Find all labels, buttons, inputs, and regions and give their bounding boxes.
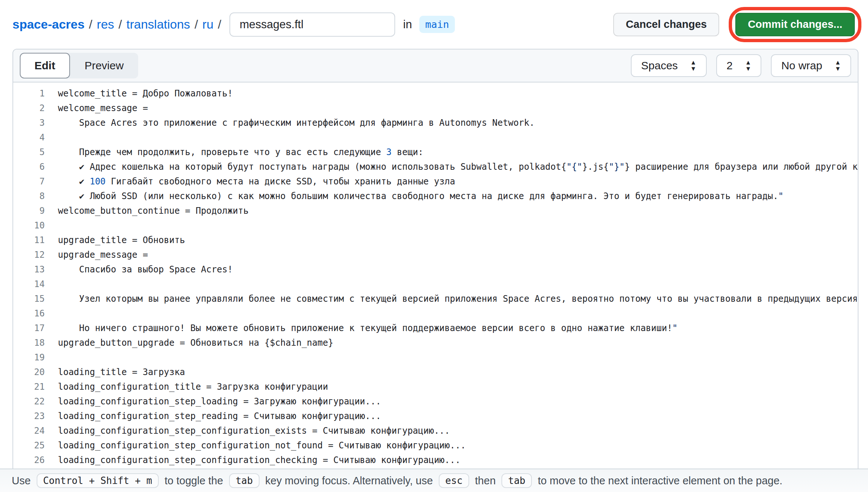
code-line[interactable]: 17 Но ничего страшного! Вы можете обнови… <box>13 321 858 335</box>
line-number: 8 <box>13 191 58 201</box>
editor-settings: Spaces ▲▼ 2 ▲▼ No wrap ▲▼ <box>631 54 851 77</box>
breadcrumb-separator: / <box>89 17 92 32</box>
code-text: ✔ Адрес кошелька на который будут поступ… <box>58 162 858 172</box>
code-line[interactable]: 21loading_configuration_title = Загрузка… <box>13 379 858 394</box>
line-number: 4 <box>13 132 58 143</box>
line-number: 3 <box>13 118 58 128</box>
wrap-mode-value: No wrap <box>781 59 822 72</box>
code-line[interactable]: 22loading_configuration_step_loading = З… <box>13 394 858 409</box>
code-line[interactable]: 1welcome_title = Добро Пожаловать! <box>13 86 858 101</box>
keyboard-shortcut-key: esc <box>439 473 469 488</box>
code-line[interactable]: 13 Спасибо за выбор Space Acres! <box>13 262 858 277</box>
code-text: loading_configuration_step_configuration… <box>58 440 466 451</box>
code-line[interactable]: 7 ✔ 100 Гигабайт свободного места на дис… <box>13 174 858 189</box>
line-number: 26 <box>13 455 58 465</box>
code-text: upgrade_message = <box>58 250 148 260</box>
code-text: ✔ 100 Гигабайт свободного места на диске… <box>58 176 455 187</box>
line-number: 10 <box>13 220 58 231</box>
code-line[interactable]: 25loading_configuration_step_configurati… <box>13 438 858 453</box>
code-line[interactable]: 2welcome_message = <box>13 101 858 115</box>
line-number: 1 <box>13 88 58 99</box>
line-number: 22 <box>13 396 58 407</box>
indent-mode-value: Spaces <box>641 59 678 72</box>
line-number: 7 <box>13 176 58 187</box>
hint-text: Use <box>12 475 31 487</box>
updown-arrows-icon: ▲▼ <box>690 59 696 72</box>
breadcrumb-repo-link[interactable]: space-acres <box>12 17 85 32</box>
code-line[interactable]: 5 Прежде чем продолжить, проверьте что у… <box>13 145 858 159</box>
hint-text: then <box>475 475 496 487</box>
wrap-mode-select[interactable]: No wrap ▲▼ <box>771 54 851 77</box>
code-line[interactable]: 16 <box>13 306 858 321</box>
code-line[interactable]: 18upgrade_button_upgrade = Обновиться на… <box>13 335 858 350</box>
indent-size-select[interactable]: 2 ▲▼ <box>716 54 762 77</box>
code-text: Спасибо за выбор Space Acres! <box>58 264 233 275</box>
line-number: 21 <box>13 382 58 392</box>
code-line[interactable]: 8 ✔ Любой SSD (или несколько) с как можн… <box>13 189 858 203</box>
code-text: upgrade_title = Обновить <box>58 235 185 245</box>
line-number: 24 <box>13 426 58 436</box>
code-line[interactable]: 6 ✔ Адрес кошелька на который будут пост… <box>13 159 858 174</box>
commit-changes-button[interactable]: Commit changes... <box>735 13 855 36</box>
code-line[interactable]: 26loading_configuration_step_configurati… <box>13 453 858 467</box>
code-text: welcome_title = Добро Пожаловать! <box>58 88 233 99</box>
code-editor-area[interactable]: 1welcome_title = Добро Пожаловать!2welco… <box>13 82 858 469</box>
indent-mode-select[interactable]: Spaces ▲▼ <box>631 54 707 77</box>
hint-text: to move to the next interactive element … <box>538 475 782 487</box>
line-number: 16 <box>13 308 58 319</box>
code-line[interactable]: 23loading_configuration_step_reading = С… <box>13 409 858 423</box>
cancel-changes-button[interactable]: Cancel changes <box>613 13 719 36</box>
code-text: loading_configuration_step_configuration… <box>58 426 450 436</box>
breadcrumb-res-link[interactable]: res <box>97 17 114 32</box>
code-line[interactable]: 15 Узел которым вы ранее управляли более… <box>13 291 858 306</box>
code-line[interactable]: 9welcome_button_continue = Продолжить <box>13 203 858 218</box>
keyboard-shortcut-key: Control + Shift + m <box>37 473 159 488</box>
code-line[interactable]: 20loading_title = Загрузка <box>13 365 858 379</box>
tab-edit[interactable]: Edit <box>20 53 70 78</box>
code-text: Узел которым вы ранее управляли более не… <box>58 294 858 304</box>
commit-button-wrap: Commit changes... <box>735 13 855 36</box>
line-number: 23 <box>13 411 58 421</box>
keyboard-shortcut-key: tab <box>229 473 260 488</box>
file-editor-header: space-acres / res / translations / ru / … <box>0 0 868 49</box>
branch-badge[interactable]: main <box>419 16 455 33</box>
code-line[interactable]: 11upgrade_title = Обновить <box>13 233 858 247</box>
code-line[interactable]: 4 <box>13 130 858 145</box>
line-number: 2 <box>13 103 58 113</box>
code-text: upgrade_button_upgrade = Обновиться на {… <box>58 338 333 348</box>
line-number: 17 <box>13 323 58 333</box>
line-number: 14 <box>13 279 58 289</box>
breadcrumb-translations-link[interactable]: translations <box>126 17 190 32</box>
code-line[interactable]: 12upgrade_message = <box>13 247 858 262</box>
editor-toolbar: Edit Preview Spaces ▲▼ 2 ▲▼ No wrap ▲▼ <box>13 49 858 82</box>
line-number: 25 <box>13 440 58 451</box>
breadcrumb-separator: / <box>118 17 122 32</box>
code-line[interactable]: 14 <box>13 277 858 291</box>
line-number: 5 <box>13 147 58 157</box>
line-number: 6 <box>13 162 58 172</box>
code-line[interactable]: 19 <box>13 350 858 365</box>
line-number: 9 <box>13 206 58 216</box>
breadcrumb: space-acres / res / translations / ru / <box>12 17 226 32</box>
breadcrumb-separator: / <box>218 17 221 32</box>
code-text: loading_configuration_step_configuration… <box>58 455 460 465</box>
code-text: loading_title = Загрузка <box>58 367 185 377</box>
code-text: loading_configuration_step_loading = Заг… <box>58 396 381 407</box>
hint-text: key moving focus. Alternatively, use <box>265 475 433 487</box>
code-line[interactable]: 10 <box>13 218 858 233</box>
tab-preview[interactable]: Preview <box>70 53 139 78</box>
filename-input[interactable] <box>229 12 395 37</box>
code-line[interactable]: 24loading_configuration_step_configurati… <box>13 423 858 438</box>
code-lines: 1welcome_title = Добро Пожаловать!2welco… <box>13 86 858 467</box>
updown-arrows-icon: ▲▼ <box>835 59 841 72</box>
code-text: welcome_button_continue = Продолжить <box>58 206 249 216</box>
file-editor: Edit Preview Spaces ▲▼ 2 ▲▼ No wrap ▲▼ 1… <box>12 49 858 469</box>
in-label: in <box>403 18 412 31</box>
code-text: Но ничего страшного! Вы можете обновить … <box>58 323 678 333</box>
line-number: 11 <box>13 235 58 245</box>
hint-text: to toggle the <box>165 475 223 487</box>
code-line[interactable]: 3 Space Acres это приложение с графическ… <box>13 115 858 130</box>
code-text: Space Acres это приложение с графическим… <box>58 118 534 128</box>
breadcrumb-ru-link[interactable]: ru <box>202 17 213 32</box>
line-number: 20 <box>13 367 58 377</box>
